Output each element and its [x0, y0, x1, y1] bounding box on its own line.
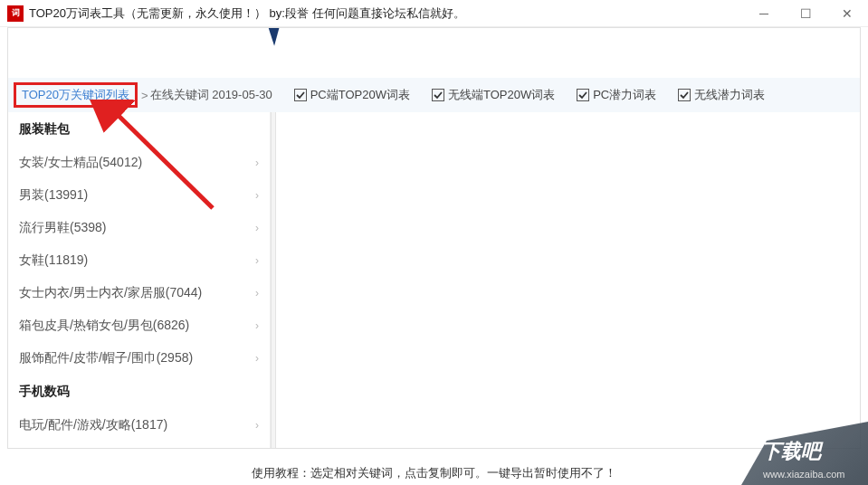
category-item[interactable]: 箱包皮具/热销女包/男包(6826)› [8, 309, 270, 342]
category-item[interactable]: 女装/女士精品(54012)› [8, 147, 270, 179]
footer-help-text: 使用教程：选定相对关键词，点击复制即可。一键导出暂时使用不了！ [0, 465, 868, 481]
chevron-right-icon: › [255, 222, 259, 234]
chevron-right-icon: › [255, 157, 259, 169]
detail-panel [276, 112, 860, 448]
main-area: 服装鞋包女装/女士精品(54012)›男装(13991)›流行男鞋(5398)›… [8, 112, 860, 448]
check-label: 无线潜力词表 [694, 87, 765, 103]
maximize-button[interactable]: ☐ [785, 0, 826, 27]
category-item-label: 服饰配件/皮带/帽子/围巾(2958) [19, 350, 193, 366]
checkbox-checked-icon [294, 89, 307, 101]
tab-keyword-list[interactable]: TOP20万关键词列表 [14, 82, 138, 108]
breadcrumb-current: 在线关键词 2019-05-30 [150, 87, 272, 103]
category-sidebar[interactable]: 服装鞋包女装/女士精品(54012)›男装(13991)›流行男鞋(5398)›… [8, 112, 271, 448]
check-label: PC潜力词表 [593, 87, 656, 103]
chevron-right-icon: › [255, 319, 259, 332]
category-group-header: 手机数码 [8, 375, 270, 409]
content-wrap: TOP20万关键词列表 > 在线关键词 2019-05-30 PC端TOP20W… [7, 27, 861, 449]
svg-rect-3 [679, 90, 691, 101]
category-item[interactable]: 手机(1694)› [8, 442, 270, 448]
close-button[interactable]: ✕ [826, 0, 868, 27]
check-label: 无线端TOP20W词表 [448, 87, 555, 103]
check-pc-potential[interactable]: PC潜力词表 [577, 87, 656, 103]
chevron-right-icon: › [255, 352, 259, 365]
breadcrumb-separator: > [141, 89, 148, 102]
category-group-header: 服装鞋包 [8, 112, 270, 147]
category-item[interactable]: 女士内衣/男士内衣/家居服(7044)› [8, 277, 270, 309]
svg-rect-0 [294, 90, 306, 101]
check-label: PC端TOP20W词表 [310, 87, 410, 103]
check-wireless-top20w[interactable]: 无线端TOP20W词表 [432, 87, 555, 103]
titlebar: 词 TOP20万词表工具（无需更新，永久使用！） by:段誉 任何问题直接论坛私… [0, 0, 868, 27]
category-item-label: 电玩/配件/游戏/攻略(1817) [19, 417, 167, 433]
checkbox-checked-icon [577, 89, 589, 101]
chevron-right-icon: › [255, 419, 259, 432]
crumb-label: 在线关键词 [150, 88, 209, 101]
checkbox-checked-icon [432, 89, 444, 101]
category-item[interactable]: 男装(13991)› [8, 179, 270, 212]
category-item-label: 女士内衣/男士内衣/家居服(7044) [19, 285, 202, 301]
titlebar-left: 词 TOP20万词表工具（无需更新，永久使用！） by:段誉 任何问题直接论坛私… [7, 5, 465, 22]
checkbox-checked-icon [678, 89, 691, 101]
category-item-label: 流行男鞋(5398) [19, 220, 106, 236]
window-controls: ─ ☐ ✕ [743, 0, 868, 27]
category-item[interactable]: 服饰配件/皮带/帽子/围巾(2958)› [8, 342, 270, 375]
chevron-right-icon: › [255, 189, 259, 202]
category-item-label: 箱包皮具/热销女包/男包(6826) [19, 318, 189, 334]
check-wireless-potential[interactable]: 无线潜力词表 [678, 87, 765, 103]
category-item[interactable]: 女鞋(11819)› [8, 244, 270, 277]
crumb-date: 2019-05-30 [212, 88, 272, 101]
banner-area [8, 28, 860, 78]
svg-rect-2 [577, 90, 589, 101]
category-item-label: 男装(13991) [19, 187, 88, 204]
chevron-right-icon: › [255, 254, 259, 267]
window-title: TOP20万词表工具（无需更新，永久使用！） by:段誉 任何问题直接论坛私信就… [29, 5, 465, 22]
check-pc-top20w[interactable]: PC端TOP20W词表 [294, 87, 410, 103]
minimize-button[interactable]: ─ [743, 0, 785, 27]
category-item[interactable]: 流行男鞋(5398)› [8, 212, 270, 244]
filter-bar: TOP20万关键词列表 > 在线关键词 2019-05-30 PC端TOP20W… [8, 78, 860, 112]
banner-decoration [259, 27, 281, 46]
category-item[interactable]: 电玩/配件/游戏/攻略(1817)› [8, 409, 270, 442]
category-item-label: 女鞋(11819) [19, 252, 88, 269]
chevron-right-icon: › [255, 287, 259, 300]
app-icon: 词 [7, 5, 24, 22]
category-item-label: 女装/女士精品(54012) [19, 155, 142, 171]
svg-rect-1 [432, 90, 444, 101]
